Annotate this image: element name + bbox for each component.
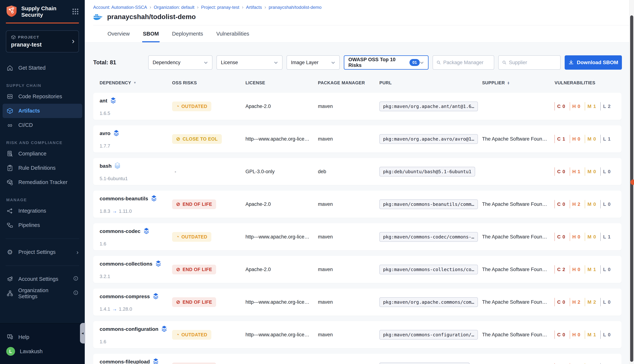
sidebar-item-help[interactable]: Help (0, 330, 85, 344)
risk-badge: ◔ OUTDATED (172, 102, 211, 111)
dependency-version: 1.4.1 → 1.28.0 (100, 306, 172, 312)
breadcrumb-project[interactable]: Project: pranay-test (201, 5, 239, 10)
project-name: pranay-test (11, 42, 74, 48)
table-row[interactable]: bash 5.1-6ubuntu1 (93, 158, 621, 185)
help-chat-icon (6, 334, 14, 340)
chevron-right-icon[interactable]: › (72, 37, 75, 46)
table-row[interactable]: commons-configuration 1.6 (93, 321, 621, 348)
sidebar-item-compliance[interactable]: Compliance (0, 147, 85, 161)
license-cell: Apache-2.0 (245, 267, 318, 272)
avatar: L (6, 347, 15, 356)
owasp-risks-filter-dropdown[interactable]: OWASP OSS Top 10 Risks 01 (344, 55, 429, 70)
breadcrumb-current[interactable]: pranaycshah/todolist-demo (268, 5, 322, 10)
purl-cell: pkg:maven/commons-configuration/… (379, 330, 482, 340)
scrollbar-thumb[interactable] (630, 16, 633, 362)
sidebar-item-project-settings[interactable]: ⚙ Project Settings › (0, 245, 85, 259)
high-count: H0 (572, 104, 580, 109)
image-layer-filter-dropdown[interactable]: Image Layer (286, 55, 340, 70)
purl-value: pkg:maven/commons-collections/co… (379, 265, 478, 274)
column-supplier: SUPPLIER ▲▼ (482, 80, 555, 86)
purl-value: pkg:maven/commons-beanutils/comm… (379, 200, 478, 209)
dropdown-label: Image Layer (291, 60, 319, 66)
info-icon[interactable] (73, 276, 79, 282)
layers-icon (153, 358, 159, 364)
risk-label: - (175, 169, 176, 174)
package-manager-search-input[interactable] (443, 60, 491, 66)
medium-count: M0 (587, 169, 596, 174)
tab-vulnerabilities[interactable]: Vulnerabilities (216, 25, 250, 42)
sidebar-item-integrations[interactable]: Integrations (0, 204, 85, 218)
dependency-version: 5.1-6ubuntu1 (100, 176, 172, 182)
breadcrumb-account[interactable]: Account: Automation-SSCA (93, 5, 147, 10)
info-icon[interactable] (73, 290, 79, 297)
sort-desc-icon[interactable]: ▼ (133, 81, 137, 85)
risk-badge: ⊘ END OF LIFE (172, 297, 216, 307)
table-row[interactable]: avro 1.7.7 ⊘ (93, 125, 621, 152)
filter-count-badge: 01 (410, 59, 420, 66)
tab-sbom[interactable]: SBOM (142, 25, 160, 42)
table-row[interactable]: commons-codec 1.6 ◔ (93, 223, 621, 250)
oss-risk-cell: - (172, 167, 245, 176)
sidebar-item-label: Project Settings (18, 249, 56, 255)
critical-count: C0 (557, 299, 565, 305)
section-title-manage: MANAGE (6, 198, 85, 202)
tab-bar: Overview SBOM Deployments Vulnerabilitie… (85, 25, 634, 42)
table-header: DEPENDENCY ▼ OSS RISKS LICENSE PACKAGE M… (93, 80, 621, 86)
breadcrumb-separator: › (242, 4, 243, 10)
sort-toggle-icon[interactable]: ▲▼ (507, 81, 510, 85)
project-cube-icon (11, 35, 16, 40)
dependency-version: 1.6.5 (100, 110, 172, 116)
dependency-version: 1.6 (100, 241, 172, 247)
sidebar-item-rule-definitions[interactable]: Rule Definitions (0, 161, 85, 175)
main-content: Account: Automation-SSCA › Organization:… (85, 0, 634, 364)
column-purl: PURL (379, 80, 482, 86)
filter-row: Total: 81 Dependency License Image Layer… (93, 55, 634, 70)
sidebar-item-account-settings[interactable]: Account Settings (0, 272, 85, 286)
breadcrumb-separator: › (197, 4, 199, 10)
table-row[interactable]: commons-collections 3.2.1 (93, 256, 621, 283)
table-row[interactable]: commons-beanutils 1.8.3 → 1.11.0 (93, 190, 621, 218)
dependency-name: commons-codec (100, 228, 141, 234)
user-name: Lavakush (20, 348, 43, 354)
purl-cell: pkg:maven/commons-beanutils/comm… (379, 200, 482, 209)
sidebar-item-organization-settings[interactable]: Organization Settings (0, 286, 85, 300)
breadcrumb-artifacts[interactable]: Artifacts (246, 5, 262, 10)
purl-value: pkg:maven/org.apache.commons/com… (379, 297, 478, 307)
table-row[interactable]: ant 1.6.5 ◔ (93, 93, 621, 120)
oss-risk-cell: ⊘ END OF LIFE (172, 200, 245, 209)
section-title-supply-chain: SUPPLY CHAIN (6, 83, 85, 88)
project-selector[interactable]: PROJECT pranay-test › (6, 30, 79, 52)
supplier-search-input[interactable] (509, 60, 557, 66)
purl-value: pkg:maven/commons-fileupload/… (379, 362, 470, 364)
license-cell: http---www.apache.org-lice… (245, 136, 318, 142)
dependency-cell: avro 1.7.7 (100, 125, 172, 152)
sidebar: Supply Chain Security PROJECT pranay-tes… (0, 0, 85, 364)
high-count: H0 (572, 267, 580, 272)
sidebar-item-label: Get Started (18, 65, 46, 71)
breadcrumb-organization[interactable]: Organization: default (154, 5, 194, 10)
dependency-filter-dropdown[interactable]: Dependency (148, 55, 212, 70)
tab-deployments[interactable]: Deployments (171, 25, 204, 42)
app-switcher-icon[interactable] (72, 8, 79, 16)
sidebar-item-pipelines[interactable]: Pipelines (0, 218, 85, 232)
sidebar-item-cicd[interactable]: ∞ CI/CD (0, 118, 85, 132)
license-filter-dropdown[interactable]: License (216, 55, 282, 70)
sidebar-item-get-started[interactable]: Get Started (0, 61, 85, 75)
sidebar-item-code-repositories[interactable]: Code Repositories (0, 90, 85, 104)
sidebar-collapse-handle[interactable]: ◂ (80, 323, 85, 344)
column-dependency: DEPENDENCY ▼ (100, 80, 172, 86)
tab-overview[interactable]: Overview (107, 25, 130, 42)
user-menu[interactable]: L Lavakush (0, 344, 85, 358)
layers-icon (115, 162, 120, 170)
divider (6, 266, 79, 266)
critical-count: C1 (557, 136, 565, 142)
purl-cell: pkg:maven/org.apache.ant/ant@1.6… (379, 102, 482, 111)
low-count: L0 (603, 332, 611, 338)
download-sbom-button[interactable]: Download SBOM (565, 55, 622, 70)
sidebar-item-artifacts[interactable]: Artifacts (3, 104, 82, 118)
sidebar-item-label: CI/CD (18, 122, 33, 128)
package-manager-cell: maven (318, 299, 379, 305)
table-row[interactable]: commons-compress 1.4.1 → 1.28.0 (93, 288, 621, 316)
table-row[interactable]: commons-fileupload ⊘ (93, 354, 621, 364)
sidebar-item-remediation-tracker[interactable]: Remediation Tracker (0, 175, 85, 190)
